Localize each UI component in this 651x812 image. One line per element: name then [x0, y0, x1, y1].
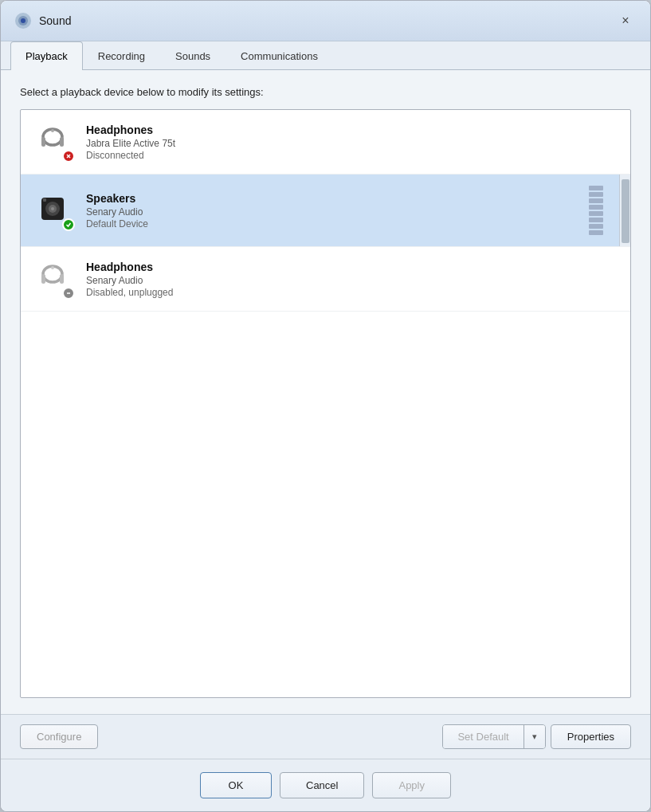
device-name: Speakers: [86, 192, 589, 205]
close-button[interactable]: ×: [614, 9, 637, 33]
window-title: Sound: [39, 14, 614, 27]
sound-icon: [14, 11, 33, 30]
svg-point-12: [51, 207, 54, 210]
vol-bar-1: [589, 186, 603, 190]
device-icon-headphones-jabra: [33, 121, 75, 163]
sound-dialog: Sound × Playback Recording Sounds Commun…: [0, 0, 651, 812]
device-sub: Jabra Elite Active 75t: [86, 138, 618, 149]
device-sub: Senary Audio: [86, 275, 618, 286]
set-default-split: Set Default ▾: [442, 724, 545, 749]
device-icon-speakers-senary: [33, 190, 75, 231]
device-item-headphones-jabra[interactable]: Headphones Jabra Elite Active 75t Discon…: [21, 110, 630, 175]
title-bar: Sound ×: [1, 1, 650, 41]
apply-button[interactable]: Apply: [372, 772, 451, 798]
vol-bar-7: [589, 224, 603, 229]
device-info-speakers-senary: Speakers Senary Audio Default Device: [86, 192, 589, 229]
device-name: Headphones: [86, 261, 618, 273]
device-info-headphones-senary: Headphones Senary Audio Disabled, unplug…: [86, 261, 618, 298]
device-status: Disabled, unplugged: [86, 287, 618, 298]
vol-bar-4: [589, 205, 603, 210]
scrollbar-thumb[interactable]: [622, 179, 629, 243]
actions-row: Configure Set Default ▾ Properties: [1, 714, 650, 759]
tab-sounds[interactable]: Sounds: [160, 41, 225, 70]
svg-point-17: [51, 266, 54, 269]
ok-button[interactable]: OK: [200, 772, 272, 798]
svg-rect-13: [43, 198, 46, 202]
volume-bars: [589, 186, 603, 235]
properties-button[interactable]: Properties: [551, 724, 631, 749]
status-badge-red: [62, 150, 75, 163]
footer-row: OK Cancel Apply: [1, 759, 650, 811]
svg-point-6: [51, 129, 54, 132]
set-default-button[interactable]: Set Default: [443, 725, 524, 748]
tabs-bar: Playback Recording Sounds Communications: [1, 41, 650, 70]
vol-bar-8: [589, 230, 603, 235]
configure-button[interactable]: Configure: [20, 724, 98, 749]
status-badge-green: [62, 218, 75, 231]
device-item-speakers-senary[interactable]: Speakers Senary Audio Default Device: [21, 175, 630, 247]
device-status: Disconnected: [86, 150, 618, 161]
device-status: Default Device: [86, 218, 589, 229]
vol-bar-6: [589, 218, 603, 222]
device-list: Headphones Jabra Elite Active 75t Discon…: [20, 109, 631, 698]
device-item-headphones-senary[interactable]: Headphones Senary Audio Disabled, unplug…: [21, 247, 630, 312]
device-sub: Senary Audio: [86, 206, 589, 218]
svg-rect-4: [41, 137, 45, 147]
vol-bar-5: [589, 211, 603, 216]
scrollbar[interactable]: [619, 175, 630, 246]
instruction-text: Select a playback device below to modify…: [20, 86, 631, 98]
vol-bar-2: [589, 192, 603, 197]
svg-rect-16: [60, 274, 64, 284]
tab-communications[interactable]: Communications: [225, 41, 333, 70]
svg-rect-5: [60, 137, 64, 147]
vol-bar-3: [589, 198, 603, 203]
device-icon-headphones-senary: [33, 258, 75, 300]
set-default-dropdown-button[interactable]: ▾: [524, 725, 545, 748]
svg-point-2: [21, 18, 25, 23]
device-name: Headphones: [86, 124, 618, 136]
svg-rect-15: [41, 274, 45, 284]
tab-recording[interactable]: Recording: [83, 41, 160, 70]
status-badge-gray: [62, 287, 75, 300]
device-info-headphones-jabra: Headphones Jabra Elite Active 75t Discon…: [86, 124, 618, 161]
cancel-button[interactable]: Cancel: [280, 772, 364, 798]
tab-playback[interactable]: Playback: [10, 41, 83, 70]
content-area: Select a playback device below to modify…: [1, 70, 650, 714]
